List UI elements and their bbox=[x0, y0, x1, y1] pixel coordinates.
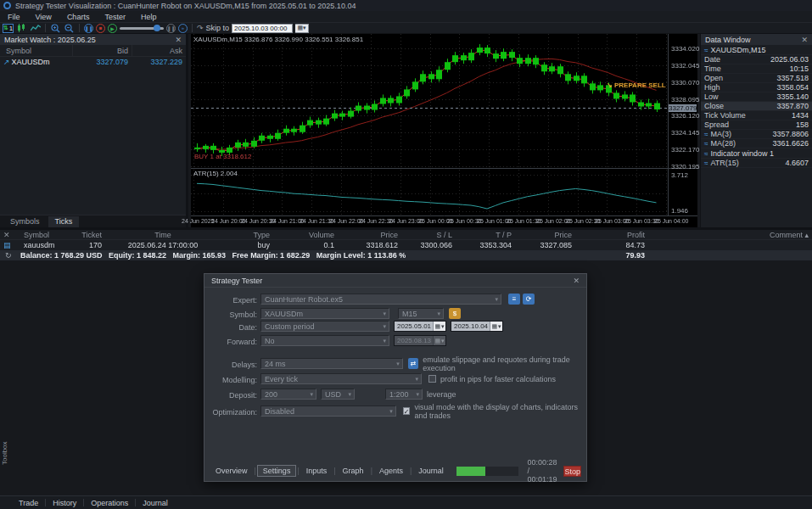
market-watch-tabs: SymbolsTicks bbox=[0, 215, 186, 227]
zoom-out-button[interactable] bbox=[64, 24, 75, 33]
status-tab-operations[interactable]: Operations bbox=[84, 499, 135, 507]
date-mode-select[interactable]: Custom period▾ bbox=[260, 321, 389, 332]
candlestick-chart-canvas[interactable] bbox=[191, 34, 697, 227]
trade-sl: 3300.066 bbox=[401, 240, 456, 250]
dialog-tab-graph[interactable]: Graph bbox=[337, 465, 370, 477]
status-tab-journal[interactable]: Journal bbox=[136, 499, 175, 507]
profit-in-pips-checkbox[interactable] bbox=[428, 375, 436, 383]
trade-row[interactable]: ▤xauusdm1702025.06.24 17:00:00buy0.13318… bbox=[0, 240, 812, 250]
pause-secondary-button[interactable]: ❚❚ bbox=[166, 24, 176, 33]
market-watch-columns: SymbolBidAsk bbox=[0, 45, 186, 57]
indicator-wave-icon: ≈ bbox=[704, 140, 708, 148]
symbol-label: Symbol: bbox=[208, 310, 257, 319]
speed-slider-thumb[interactable] bbox=[154, 25, 160, 31]
zoom-out-icon bbox=[64, 24, 74, 33]
pause-button[interactable]: ❚❚ bbox=[84, 24, 93, 33]
visual-mode-checkbox[interactable]: ✓ bbox=[403, 407, 411, 415]
dialog-title-bar[interactable]: Strategy Tester ✕ bbox=[204, 274, 586, 288]
chart-panel[interactable]: XAUUSDm,M15 3326.876 3326.990 3326.551 3… bbox=[191, 34, 697, 227]
data-window-label: Open bbox=[704, 74, 723, 82]
trade-tp: 3353.304 bbox=[456, 240, 515, 250]
candlestick-view-button[interactable] bbox=[16, 24, 27, 33]
dialog-tab-journal[interactable]: Journal bbox=[412, 465, 450, 477]
trade-ticket: 170 bbox=[71, 240, 105, 250]
skip-to-date-input[interactable]: 2025.10.03 00:00 bbox=[232, 24, 293, 33]
leverage-select[interactable]: 1:200▾ bbox=[385, 389, 423, 400]
dialog-bottom-bar: Overview|Settings|Inputs|Graph|Agents|Jo… bbox=[204, 464, 586, 478]
market-watch-close-icon[interactable]: ✕ bbox=[175, 36, 182, 44]
data-window-row: ≈MA(28)3361.6626 bbox=[701, 139, 812, 148]
dialog-close-icon[interactable]: ✕ bbox=[573, 277, 580, 285]
symbol-properties-button[interactable]: $ bbox=[449, 308, 461, 319]
trade-symbol: xauusdm bbox=[20, 240, 71, 250]
speed-slider[interactable] bbox=[120, 27, 164, 30]
data-window-label: Close bbox=[704, 102, 724, 110]
optimization-select[interactable]: Disabled▾ bbox=[260, 406, 396, 417]
stop-button[interactable]: Stop bbox=[563, 466, 581, 477]
current-price-tag: 3327.079 bbox=[669, 104, 697, 112]
calendar-icon: ▦ bbox=[434, 323, 440, 330]
dialog-tab-settings[interactable]: Settings bbox=[257, 465, 297, 477]
application-window: Strategy Tester Visualization : CuanHunt… bbox=[0, 0, 812, 509]
symbol-select[interactable]: XAUUSDm▾ bbox=[260, 308, 389, 319]
toolbar: ⇅1 ❚❚ ■ ▶ ❚❚ » ↷ Skip to 2025.10.03 00:0… bbox=[0, 23, 812, 34]
prepare-sell-annotation: ↘ PREPARE SELL bbox=[607, 81, 666, 89]
chevron-down-icon: ▾ bbox=[413, 391, 422, 398]
atr-axis-label: 1.946 bbox=[671, 207, 688, 215]
app-logo-icon bbox=[3, 2, 11, 9]
chevron-down-icon: ▾ bbox=[412, 376, 421, 383]
dialog-tab-agents[interactable]: Agents bbox=[373, 465, 409, 477]
step-one-bar-button[interactable]: ⇅1 bbox=[3, 24, 14, 33]
status-tab-trade[interactable]: Trade bbox=[12, 499, 45, 507]
modelling-select[interactable]: Every tick▾ bbox=[260, 373, 422, 384]
market-watch-row[interactable]: ↗XAUUSDm3327.0793327.229 bbox=[0, 57, 186, 68]
line-chart-view-button[interactable] bbox=[30, 24, 41, 33]
chevron-down-icon: ▾ bbox=[492, 296, 501, 303]
status-tab-history[interactable]: History bbox=[46, 499, 83, 507]
forward-select[interactable]: No▾ bbox=[260, 335, 389, 346]
menu-item-tester[interactable]: Tester bbox=[97, 11, 133, 23]
tab-symbols[interactable]: Symbols bbox=[3, 216, 47, 227]
delays-select[interactable]: 24 ms▾ bbox=[260, 358, 403, 369]
skip-to-icon: ↷ bbox=[197, 24, 204, 32]
deposit-currency-select[interactable]: USD▾ bbox=[321, 389, 355, 400]
period-select[interactable]: M15▾ bbox=[398, 308, 444, 319]
menu-item-help[interactable]: Help bbox=[133, 11, 165, 23]
deposit-amount-select[interactable]: 200▾ bbox=[260, 389, 316, 400]
position-doc-icon: ▤ bbox=[0, 240, 20, 250]
skip-to-calendar-button[interactable]: ▦▾ bbox=[295, 24, 309, 33]
expert-select[interactable]: CuanHunter Robot.ex5▾ bbox=[260, 294, 501, 305]
menu-bar: FileViewChartsTesterHelp bbox=[0, 11, 812, 23]
menu-item-view[interactable]: View bbox=[28, 11, 59, 23]
test-time-counter: 00:00:28 / 00:01:19 bbox=[527, 458, 557, 484]
time-axis-label: 25 Jun 04:00 bbox=[654, 218, 688, 224]
play-button[interactable]: ▶ bbox=[108, 24, 117, 33]
test-progress-fill bbox=[456, 467, 486, 476]
tab-ticks[interactable]: Ticks bbox=[48, 216, 80, 227]
data-window-value: 10:15 bbox=[789, 64, 809, 73]
chevron-down-icon: ▾ bbox=[380, 310, 389, 317]
expert-edit-button[interactable]: ≡ bbox=[508, 294, 520, 305]
menu-item-charts[interactable]: Charts bbox=[59, 11, 98, 23]
toolbox-vertical-tab[interactable]: Toolbox bbox=[1, 441, 8, 465]
data-window-close-icon[interactable]: ✕ bbox=[801, 36, 808, 44]
expert-refresh-button[interactable]: ⟳ bbox=[523, 294, 535, 305]
buy-trade-annotation: BUY 1 at 3318.612 bbox=[194, 153, 251, 160]
calendar-icon: ▦ bbox=[297, 25, 303, 31]
trade-column-header: Ticket bbox=[71, 230, 105, 239]
skip-forward-button[interactable]: » bbox=[178, 24, 188, 33]
dialog-tab-inputs[interactable]: Inputs bbox=[300, 465, 333, 477]
zoom-in-button[interactable] bbox=[50, 24, 61, 33]
trade-panel-close-icon[interactable]: ✕ bbox=[0, 230, 20, 239]
optimization-label: Optimization: bbox=[208, 408, 257, 417]
data-window-label: High bbox=[704, 83, 720, 92]
trade-comment bbox=[648, 240, 812, 250]
data-window-value: 3357.8806 bbox=[772, 130, 809, 138]
data-window-row: ≈MA(3)3357.8806 bbox=[701, 130, 812, 139]
stop-visualization-button[interactable]: ■ bbox=[96, 24, 105, 33]
price-axis-label: 3328.095 bbox=[671, 96, 699, 103]
dialog-tab-overview[interactable]: Overview bbox=[210, 465, 254, 477]
menu-item-file[interactable]: File bbox=[0, 11, 28, 23]
date-to-input[interactable]: 2025.10.04▦▾ bbox=[451, 321, 503, 332]
date-from-input[interactable]: 2025.05.01▦▾ bbox=[394, 321, 446, 332]
